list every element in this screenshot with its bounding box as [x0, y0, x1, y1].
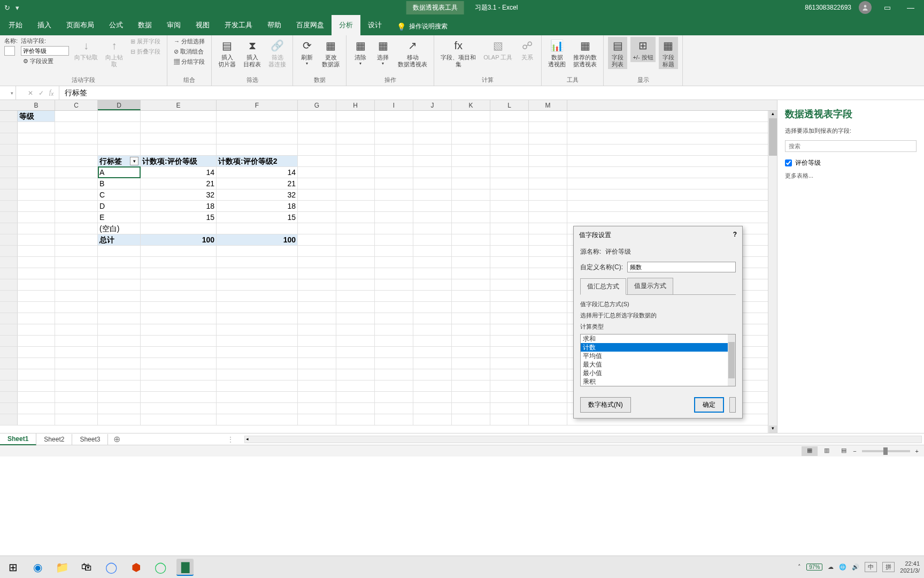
sheet-tab-3[interactable]: Sheet3	[72, 434, 108, 445]
refresh-button[interactable]: ⟳刷新▾	[297, 37, 317, 67]
cancel-button[interactable]	[729, 397, 736, 413]
field-settings-button[interactable]: ⚙ 字段设置	[21, 57, 69, 66]
custom-name-input[interactable]	[627, 262, 736, 272]
cancel-formula-icon[interactable]: ✕	[28, 89, 33, 97]
col-e[interactable]: E	[141, 100, 217, 110]
tab-view[interactable]: 视图	[188, 15, 217, 35]
calc-type-option[interactable]: 乘积	[581, 377, 735, 386]
store-icon[interactable]: 🛍	[78, 559, 95, 576]
group-field-button[interactable]: ▦ 分组字段	[172, 57, 207, 66]
col-h[interactable]: H	[336, 100, 375, 110]
group-selection-button[interactable]: → 分组选择	[172, 37, 207, 46]
number-format-button[interactable]: 数字格式(N)	[580, 397, 631, 413]
task-view-icon[interactable]: ⊞	[4, 559, 21, 576]
tray-up-icon[interactable]: ˄	[798, 564, 801, 571]
change-source-button[interactable]: ▦更改 数据源	[320, 37, 342, 69]
tab-analyze[interactable]: 分析	[332, 15, 360, 35]
col-i[interactable]: I	[375, 100, 413, 110]
sheet-tab-1[interactable]: Sheet1	[0, 434, 36, 445]
tab-help[interactable]: 帮助	[260, 15, 289, 35]
field-checkbox[interactable]	[785, 159, 792, 166]
show-as-tab[interactable]: 值显示方式	[627, 278, 673, 294]
office-icon[interactable]: ⬢	[127, 559, 144, 576]
tab-home[interactable]: 开始	[1, 15, 30, 35]
confirm-formula-icon[interactable]: ✓	[38, 89, 44, 97]
col-g[interactable]: G	[298, 100, 336, 110]
field-list-button[interactable]: ▤字段 列表	[608, 37, 627, 69]
filter-dropdown-icon[interactable]: ▾	[130, 157, 138, 165]
horizontal-scrollbar[interactable]: ◂	[244, 436, 922, 443]
qat-drop-icon[interactable]: ▾	[16, 4, 19, 12]
tab-baidu[interactable]: 百度网盘	[289, 15, 332, 35]
name-box[interactable]	[0, 86, 16, 100]
col-l[interactable]: L	[490, 100, 529, 110]
zoom-out-icon[interactable]: −	[853, 448, 856, 454]
vertical-scrollbar[interactable]: ▴ ▾	[768, 111, 777, 433]
tab-insert[interactable]: 插入	[30, 15, 59, 35]
col-d[interactable]: D	[98, 100, 141, 110]
pivot-name-input[interactable]	[4, 46, 15, 56]
app-icon-1[interactable]: ◯	[103, 559, 120, 576]
ribbon-options-icon[interactable]: ▭	[879, 3, 895, 12]
formula-input[interactable]: 行标签	[59, 88, 924, 98]
calc-type-option[interactable]: 求和	[581, 334, 735, 343]
onedrive-icon[interactable]: ☁	[828, 564, 834, 571]
insert-slicer-button[interactable]: ▤插入 切片器	[216, 37, 238, 69]
zoom-slider[interactable]	[862, 450, 910, 452]
network-icon[interactable]: 🌐	[839, 564, 846, 571]
normal-view-icon[interactable]: ▦	[802, 446, 818, 456]
clear-button[interactable]: ▦清除▾	[351, 37, 370, 67]
ime-mode[interactable]: 拼	[882, 562, 895, 572]
summarize-by-tab[interactable]: 值汇总方式	[580, 278, 626, 295]
active-field-input[interactable]	[21, 46, 69, 56]
volume-icon[interactable]: 🔊	[852, 564, 859, 571]
tell-me[interactable]: 💡 操作说明搜索	[389, 22, 455, 35]
calc-type-option[interactable]: 最小值	[581, 369, 735, 377]
add-sheet-button[interactable]: ⊕	[108, 434, 126, 444]
sheet-tab-2[interactable]: Sheet2	[36, 434, 72, 445]
file-explorer-icon[interactable]: 📁	[53, 559, 71, 576]
minimize-icon[interactable]: —	[903, 3, 919, 12]
edge-icon[interactable]: ◉	[29, 559, 46, 576]
more-tables-link[interactable]: 更多表格...	[785, 172, 917, 180]
tab-data[interactable]: 数据	[130, 15, 159, 35]
tab-review[interactable]: 审阅	[159, 15, 188, 35]
col-j[interactable]: J	[413, 100, 452, 110]
tab-layout[interactable]: 页面布局	[59, 15, 102, 35]
col-b[interactable]: B	[18, 100, 55, 110]
tab-dev[interactable]: 开发工具	[217, 15, 260, 35]
fields-items-button[interactable]: fx字段、项目和 集	[438, 37, 478, 69]
dialog-help-icon[interactable]: ?	[733, 231, 737, 240]
clock[interactable]: 22:41 2021/3/	[900, 560, 920, 573]
ime-lang[interactable]: 中	[865, 562, 877, 572]
avatar[interactable]	[859, 1, 872, 14]
field-search-input[interactable]	[785, 140, 917, 152]
col-f[interactable]: F	[217, 100, 298, 110]
tab-formulas[interactable]: 公式	[102, 15, 130, 35]
column-headers[interactable]: B C D E F G H I J K L M	[0, 100, 777, 111]
select-button[interactable]: ▦选择▾	[373, 37, 392, 67]
plus-minus-button[interactable]: ⊞+/- 按钮	[630, 37, 655, 62]
calc-type-option[interactable]: 平均值	[581, 352, 735, 360]
zoom-in-icon[interactable]: +	[915, 448, 919, 454]
recommended-pivot-button[interactable]: ▦推荐的数 据透视表	[571, 37, 599, 69]
tab-design[interactable]: 设计	[360, 15, 389, 35]
ungroup-button[interactable]: ⊘ 取消组合	[172, 47, 207, 56]
col-m[interactable]: M	[529, 100, 567, 110]
field-headers-button[interactable]: ▦字段 标题	[659, 37, 678, 69]
page-layout-view-icon[interactable]: ▥	[819, 446, 835, 456]
user-account[interactable]: 8613083822693	[805, 4, 851, 11]
col-c[interactable]: C	[55, 100, 98, 110]
battery-icon[interactable]: 97%	[806, 564, 822, 571]
ok-button[interactable]: 确定	[694, 397, 724, 413]
calc-type-option[interactable]: 最大值	[581, 360, 735, 369]
calc-type-option[interactable]: 计数	[581, 343, 735, 352]
move-pivot-button[interactable]: ↗移动 数据透视表	[396, 37, 429, 69]
pivot-chart-button[interactable]: 📊数据 透视图	[546, 37, 568, 69]
insert-timeline-button[interactable]: ⧗插入 日程表	[241, 37, 263, 69]
app-icon-2[interactable]: ◯	[152, 559, 169, 576]
calc-type-list[interactable]: 求和计数平均值最大值最小值乘积	[580, 334, 736, 386]
excel-icon[interactable]: ▇	[176, 559, 194, 576]
field-item[interactable]: 评价等级	[785, 158, 917, 168]
redo-icon[interactable]: ↻	[4, 4, 10, 12]
